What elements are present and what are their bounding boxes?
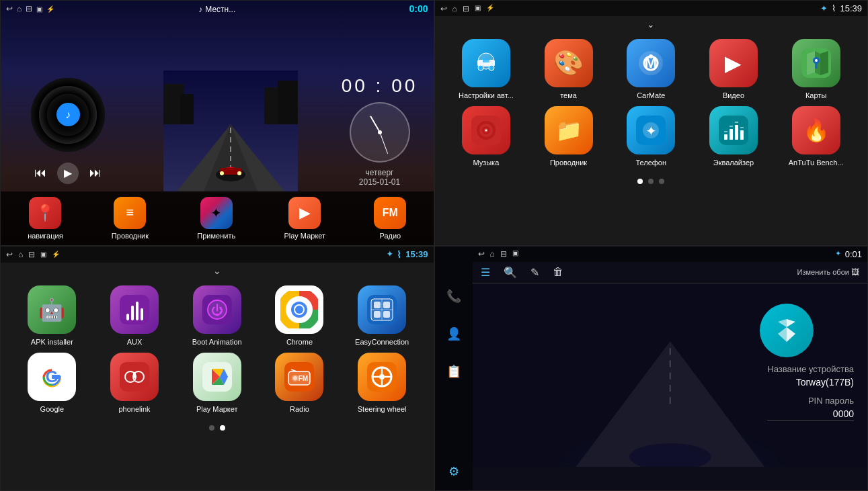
apps-icon-tr[interactable]: ⊟ <box>463 4 469 13</box>
edit-tool-icon[interactable]: ✎ <box>530 266 539 279</box>
play-market-label: Play Маркет <box>196 405 238 413</box>
status-right-bl: ✦ ⌇ 15:39 <box>387 249 428 260</box>
usb-icon-tl[interactable]: ⚡ <box>46 5 54 13</box>
app-video[interactable]: ▶ Видео <box>696 39 772 99</box>
app-equalizer[interactable]: Эквалайзер <box>696 106 772 167</box>
app-radio2[interactable]: FM Radio <box>262 353 338 413</box>
svg-rect-42 <box>120 295 149 324</box>
home-icon-br[interactable]: ⌂ <box>490 249 495 259</box>
settings-car-icon <box>462 39 510 87</box>
boot-animation-label: Boot Animation <box>192 338 242 346</box>
home-icon-tr[interactable]: ⌂ <box>452 4 457 13</box>
equalizer-label: Эквалайзер <box>713 159 754 167</box>
prev-button[interactable]: ⏮ <box>34 166 46 180</box>
time-bl: 15:39 <box>405 249 428 259</box>
apps-icon-tl[interactable]: ⊟ <box>26 4 32 13</box>
svg-rect-16 <box>483 58 489 62</box>
play-button[interactable]: ▶ <box>57 163 79 184</box>
navigation-icon: 📍 <box>29 197 61 229</box>
chrome-svg <box>280 291 318 328</box>
navigation-label: навигация <box>28 232 63 240</box>
app-theme[interactable]: 🎨 тема <box>530 39 606 99</box>
screenshot-icon-bl[interactable]: ▣ <box>40 251 46 258</box>
sidebar-recent-icon[interactable]: 📋 <box>440 358 467 385</box>
screenshot-icon-br[interactable]: ▣ <box>512 249 518 259</box>
pin-label: PIN пароль <box>767 396 854 406</box>
app-easy-connection[interactable]: EasyConnection <box>344 285 420 346</box>
clock-minute-hand <box>379 132 388 154</box>
back-icon-tl[interactable]: ↩ <box>6 4 13 13</box>
back-icon-bl[interactable]: ↩ <box>6 250 13 259</box>
app-phonelink[interactable]: phonelink <box>97 353 173 413</box>
video-label: Видео <box>723 91 744 99</box>
change-wallpaper-button[interactable]: Изменить обои 🖼 <box>797 267 859 277</box>
sidebar-contacts-icon[interactable]: 👤 <box>440 320 467 347</box>
app-chrome[interactable]: Chrome <box>262 285 338 346</box>
radio-icon: FM <box>374 197 406 229</box>
phone-label: Телефон <box>635 159 666 167</box>
dot-1[interactable] <box>637 179 643 184</box>
dot-bl-2[interactable] <box>220 425 225 431</box>
chrome-label: Chrome <box>286 338 313 346</box>
usb-icon-tr[interactable]: ⚡ <box>486 4 494 13</box>
status-right-tr: ✦ ⌇ 15:39 <box>820 3 862 13</box>
app-radio[interactable]: FM Радио <box>374 197 406 240</box>
app-settings-car[interactable]: Настройки авт... <box>448 39 524 99</box>
delete-tool-icon[interactable]: 🗑 <box>553 266 563 278</box>
svg-point-11 <box>237 171 241 175</box>
back-icon-br[interactable]: ↩ <box>478 249 485 259</box>
sidebar-phone-icon[interactable]: 📞 <box>440 283 467 310</box>
app-phone[interactable]: ✦ Телефон <box>613 106 689 167</box>
next-button[interactable]: ⏭ <box>89 166 102 180</box>
svg-point-15 <box>489 65 494 71</box>
chrome-icon <box>275 285 323 334</box>
chevron-tr[interactable]: ⌄ <box>435 16 868 32</box>
clock-center <box>378 130 382 134</box>
app-apply[interactable]: ✦ Применить <box>197 197 235 240</box>
page-dots-bl <box>1 420 434 436</box>
app-playmarket[interactable]: ▶ Play Маркет <box>284 197 325 240</box>
screenshot-icon-tr[interactable]: ▣ <box>475 4 481 13</box>
play-market-icon <box>193 353 241 401</box>
svg-rect-5 <box>180 94 194 124</box>
app-music[interactable]: Музыка <box>448 106 524 167</box>
day-name: четверг <box>359 168 400 177</box>
search-tool-icon[interactable]: 🔍 <box>504 266 517 279</box>
app-steering-wheel[interactable]: Steering wheel <box>344 353 420 413</box>
vinyl-record[interactable]: ♪ <box>31 78 105 152</box>
sidebar-settings-icon[interactable]: ⚙ <box>440 458 467 485</box>
wifi-icon-bl: ⌇ <box>397 249 401 260</box>
home-icon-tl[interactable]: ⌂ <box>17 4 22 13</box>
app-explorer2[interactable]: 📁 Проводник <box>530 106 606 167</box>
apps-icon-bl[interactable]: ⊟ <box>28 250 35 259</box>
usb-icon-bl[interactable]: ⚡ <box>52 251 60 258</box>
chevron-bl[interactable]: ⌄ <box>1 263 434 279</box>
phonelink-svg <box>120 362 149 392</box>
dot-2[interactable] <box>648 179 654 184</box>
app-boot-animation[interactable]: ⏻ Boot Animation <box>179 285 255 346</box>
app-carmate[interactable]: M CarMate <box>613 39 689 99</box>
app-navigation[interactable]: 📍 навигация <box>28 197 63 240</box>
app-antutu[interactable]: 🔥 AnTuTu Bench... <box>778 106 854 167</box>
app-aux[interactable]: AUX <box>97 285 173 346</box>
svg-point-53 <box>295 306 303 314</box>
playmarket-label: Play Маркет <box>284 232 325 240</box>
app-google[interactable]: G Google <box>14 353 90 413</box>
back-icon-tr[interactable]: ↩ <box>440 4 447 13</box>
screenshot-icon-tl[interactable]: ▣ <box>36 5 42 13</box>
app-play-market[interactable]: Play Маркет <box>179 353 255 413</box>
status-icons-left-bl: ↩ ⌂ ⊟ ▣ ⚡ <box>6 250 60 259</box>
music-label-tl: ♪ Местн... <box>198 5 235 14</box>
dot-3[interactable] <box>659 179 664 184</box>
maps-icon <box>792 39 840 87</box>
music-note-icon: ♪ <box>198 5 202 14</box>
dot-bl-1[interactable] <box>209 425 214 431</box>
vinyl-center: ♪ <box>56 103 80 126</box>
home-icon-bl[interactable]: ⌂ <box>18 250 23 259</box>
app-apk-installer[interactable]: 🤖 APK installer <box>14 285 90 346</box>
bt-icon-bl: ✦ <box>387 250 393 259</box>
apps-icon-br[interactable]: ⊟ <box>500 249 507 259</box>
app-explorer[interactable]: ≡ Проводник <box>112 197 149 240</box>
app-maps[interactable]: Карты <box>778 39 854 99</box>
list-tool-icon[interactable]: ☰ <box>481 266 490 279</box>
